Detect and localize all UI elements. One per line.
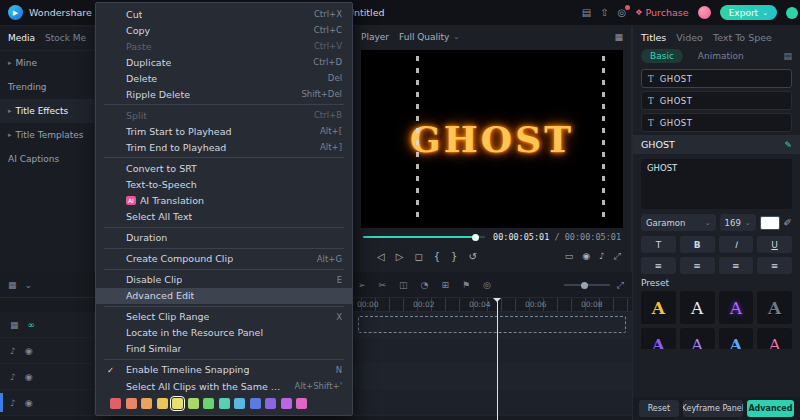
text-preset-outline[interactable]: A [680, 291, 715, 324]
clip-fragment[interactable] [0, 393, 3, 412]
mute-icon[interactable]: ♪ [10, 398, 16, 408]
text-preset-pink[interactable]: A [757, 328, 792, 349]
color-mark-swatch[interactable] [265, 398, 276, 409]
color-mark-swatch[interactable] [172, 398, 183, 409]
notifications-icon[interactable]: ◎ [618, 7, 627, 18]
color-mark-swatch[interactable] [234, 398, 245, 409]
title-preset-item[interactable]: TGHOST [641, 113, 792, 132]
align-right-button[interactable]: ≡ [719, 257, 754, 274]
context-menu-item-select-all-clips-with-the-same-color-mark[interactable]: Select All Clips with the Same Color Mar… [96, 378, 352, 394]
bold-button[interactable]: B [680, 236, 715, 253]
seek-knob[interactable] [472, 234, 479, 241]
text-preset-shadow[interactable]: A [757, 291, 792, 324]
prev-frame-icon[interactable]: ◁ [377, 251, 385, 262]
color-mark-swatch[interactable] [157, 398, 168, 409]
layout-icon[interactable]: ▤ [582, 7, 591, 18]
context-menu-item-copy[interactable]: CopyCtrl+C [96, 22, 352, 38]
playhead[interactable] [497, 298, 498, 420]
text-preset-violet[interactable]: A [680, 328, 715, 349]
font-family-select[interactable]: Garamon⌄ [641, 214, 716, 231]
context-menu-item-delete[interactable]: DeleteDel [96, 70, 352, 86]
mute-icon[interactable]: ♪ [10, 372, 16, 382]
media-tab-media[interactable]: Media [8, 33, 35, 43]
font-size-select[interactable]: 169⌄ [720, 214, 756, 231]
account-icon[interactable] [786, 7, 798, 19]
color-mark-swatch[interactable] [126, 398, 137, 409]
volume-icon[interactable]: ♪ [599, 251, 605, 262]
share-icon[interactable]: ⇧ [600, 7, 608, 18]
track-manager-icon[interactable]: ▦ [8, 280, 17, 290]
context-menu-item-text-to-speech[interactable]: Text-to-Speech [96, 176, 352, 192]
purchase-button[interactable]: ❖Purchase [635, 7, 688, 18]
record-icon[interactable]: ◎ [483, 280, 491, 290]
context-menu-item-ai-translation[interactable]: AIAI Translation [96, 193, 352, 209]
context-menu-item-select-all-text[interactable]: Select All Text [96, 209, 352, 225]
chevron-down-icon[interactable]: ⌄ [25, 280, 33, 290]
rename-icon[interactable]: ✎ [784, 140, 792, 150]
context-menu-item-disable-clip[interactable]: Disable ClipE [96, 272, 352, 288]
color-mark-swatch[interactable] [281, 398, 292, 409]
sidebar-item-ai-captions[interactable]: AI Captions [0, 147, 94, 171]
zoom-knob[interactable] [581, 282, 588, 289]
context-menu-item-trim-start-to-playhead[interactable]: Trim Start to PlayheadAlt+[ [96, 123, 352, 139]
context-menu-item-advanced-edit[interactable]: Advanced Edit [96, 288, 352, 304]
pointer-icon[interactable]: ➢ [358, 280, 366, 290]
sidebar-item-mine[interactable]: ▸Mine [0, 51, 94, 75]
color-mark-swatch[interactable] [219, 398, 230, 409]
color-mark-swatch[interactable] [203, 398, 214, 409]
mark-out-icon[interactable]: } [451, 251, 457, 262]
sidebar-item-title-templates[interactable]: ▸Title Templates [0, 123, 94, 147]
eye-icon[interactable]: ◉ [25, 398, 33, 408]
display-device-icon[interactable]: ▭ [565, 251, 574, 262]
title-text-input[interactable]: GHOST [641, 159, 792, 209]
crop-icon[interactable]: ◫ [399, 280, 408, 290]
color-mark-swatch[interactable] [296, 398, 307, 409]
align-left-button[interactable]: ≡ [641, 257, 676, 274]
loop-icon[interactable]: ↺ [468, 251, 476, 262]
color-mark-swatch[interactable] [188, 398, 199, 409]
align-justify-button[interactable]: ≡ [757, 257, 792, 274]
stop-icon[interactable]: ◻ [414, 251, 422, 262]
title-preset-item[interactable]: TGHOST [641, 91, 792, 110]
context-menu-item-locate-in-the-resource-panel[interactable]: Locate in the Resource Panel [96, 325, 352, 341]
tab-titles[interactable]: Titles [641, 32, 666, 43]
split-icon[interactable]: ✂ [379, 280, 387, 290]
speed-icon[interactable]: ◔ [421, 280, 429, 290]
tab-text-to-spee[interactable]: Text To Spee [713, 32, 772, 43]
italic-button[interactable]: I [719, 236, 754, 253]
media-tab-stock-me[interactable]: Stock Me [45, 33, 86, 43]
marker-icon[interactable]: ⚑ [462, 280, 470, 290]
view-mode-icon[interactable]: ▦ [614, 32, 623, 42]
context-menu-item-duplicate[interactable]: DuplicateCtrl+D [96, 54, 352, 70]
keyframe-panel-button[interactable]: Keyframe Panel [683, 400, 743, 417]
mute-icon[interactable]: ♪ [10, 346, 16, 356]
sidebar-item-trending[interactable]: Trending [0, 75, 94, 99]
context-menu-item-create-compound-clip[interactable]: Create Compound ClipAlt+G [96, 251, 352, 267]
underline-button[interactable]: U [757, 236, 792, 253]
link-icon[interactable]: ∞ [28, 320, 36, 330]
context-menu-item-trim-end-to-playhead[interactable]: Trim End to PlayheadAlt+] [96, 139, 352, 155]
reset-button[interactable]: Reset [639, 400, 679, 417]
play-icon[interactable]: ▷ [396, 251, 404, 262]
context-menu-item-ripple-delete[interactable]: Ripple DeleteShift+Del [96, 86, 352, 102]
context-menu-item-duration[interactable]: Duration [96, 230, 352, 246]
context-menu-item-select-clip-range[interactable]: Select Clip RangeX [96, 309, 352, 325]
zoom-slider[interactable] [564, 284, 610, 286]
align-center-button[interactable]: ≡ [680, 257, 715, 274]
subtab-basic[interactable]: Basic [641, 49, 683, 63]
fit-timeline-icon[interactable]: ⤢ [617, 280, 624, 291]
color-mark-swatch[interactable] [250, 398, 261, 409]
seek-bar[interactable] [363, 236, 485, 238]
text-preset-purple[interactable]: A [641, 328, 676, 349]
title-preset-item[interactable]: TGHOST [641, 69, 792, 88]
eyedropper-icon[interactable]: ✐ [784, 217, 792, 228]
quality-select[interactable]: Full Quality⌄ [399, 32, 459, 42]
color-mark-swatch[interactable] [110, 398, 121, 409]
tab-video[interactable]: Video [676, 32, 703, 43]
bookmark-icon[interactable]: ▤ [783, 51, 792, 61]
export-button[interactable]: Export⌄ [720, 5, 777, 20]
fullscreen-icon[interactable]: ⤢ [614, 251, 621, 262]
snapshot-icon[interactable]: ◉ [582, 251, 590, 262]
context-menu-item-convert-to-srt[interactable]: Convert to SRT [96, 160, 352, 176]
color-mark-swatch[interactable] [141, 398, 152, 409]
